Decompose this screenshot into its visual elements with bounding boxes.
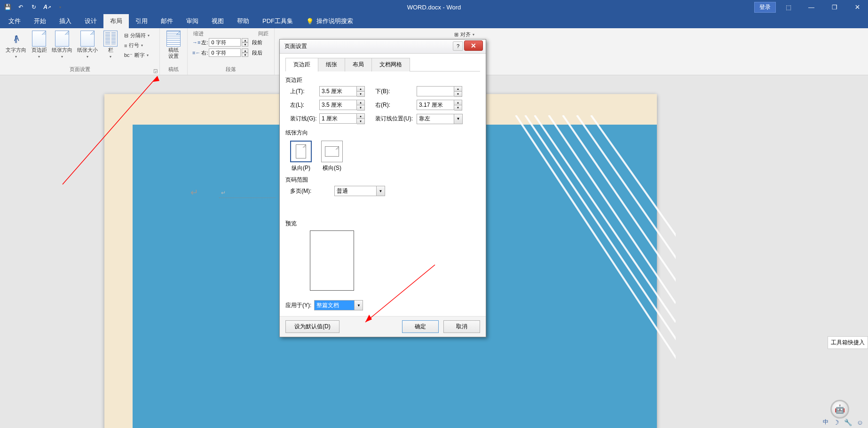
tab-mailings[interactable]: 邮件 (154, 14, 180, 28)
ime-indicator[interactable]: 中 (823, 418, 829, 426)
input-left[interactable] (319, 100, 357, 110)
label-gutter-pos: 装订线位置(U): (367, 115, 415, 123)
indent-right-spinner[interactable]: ▲▼ (242, 48, 248, 57)
dialog-tab-grid[interactable]: 文档网格 (371, 58, 410, 71)
text-direction-icon: ∥A (8, 31, 24, 46)
indent-left-input[interactable] (209, 38, 241, 47)
cancel-button[interactable]: 取消 (443, 320, 480, 333)
input-bottom[interactable] (417, 86, 454, 96)
input-right[interactable] (417, 100, 454, 110)
page-setup-dialog: 页面设置 ? ✕ 页边距 纸张 布局 文档网格 页边距 上(T): ▲▼ 下(B… (279, 39, 486, 337)
spacing-before-label: 段前 (252, 39, 262, 46)
spinner-right[interactable]: ▲▼ (454, 100, 462, 111)
dialog-help-button[interactable]: ? (453, 41, 463, 51)
cursor-mark: ↵ (221, 190, 226, 196)
input-multipage[interactable] (334, 186, 377, 196)
breaks-button[interactable]: ⊟分隔符 ▾ (122, 31, 151, 40)
input-top[interactable] (319, 86, 357, 96)
hyphenation-button[interactable]: bc⁻断字 ▾ (122, 51, 151, 60)
breaks-icon: ⊟ (124, 32, 128, 39)
minimize-icon[interactable]: — (801, 0, 822, 14)
line-numbers-button[interactable]: ≡行号 ▾ (122, 41, 151, 50)
label-gutter: 装订线(G): (285, 115, 317, 123)
margins-button[interactable]: 页边距▾ (29, 30, 49, 60)
hyphenation-icon: bc⁻ (124, 52, 133, 58)
orientation-icon (55, 31, 70, 46)
spinner-gutter[interactable]: ▲▼ (357, 113, 365, 124)
moon-icon[interactable]: ☽ (833, 419, 839, 426)
tab-file[interactable]: 文件 (2, 14, 27, 28)
dialog-tabs: 页边距 纸张 布局 文档网格 (285, 57, 480, 71)
combo-gutter-pos-button[interactable]: ▼ (454, 114, 463, 124)
qat-dropdown-icon[interactable]: ▾ (56, 3, 64, 11)
manuscript-settings-button[interactable]: 稿纸 设置 (164, 30, 183, 60)
bulb-icon: 💡 (306, 18, 314, 25)
tab-help[interactable]: 帮助 (230, 14, 256, 28)
dialog-tab-margins[interactable]: 页边距 (285, 58, 318, 71)
section-preview-title: 预览 (285, 220, 480, 228)
align-icon: ⊞ (454, 32, 458, 38)
smile-icon[interactable]: ☺ (857, 419, 863, 426)
spinner-bottom[interactable]: ▲▼ (454, 86, 462, 97)
spinner-left[interactable]: ▲▼ (357, 100, 365, 111)
label-right: 右(R): (367, 101, 415, 109)
manuscript-icon (166, 31, 181, 46)
ok-button[interactable]: 确定 (402, 320, 439, 333)
combo-multipage-button[interactable]: ▼ (377, 186, 385, 196)
tab-pdf[interactable]: PDF工具集 (256, 14, 300, 28)
combo-apply-to-button[interactable]: ▼ (355, 300, 363, 310)
label-left: 左(L): (285, 101, 317, 109)
status-bar-icons: 中 ☽ 🔧 ☺ (823, 418, 863, 426)
tab-references[interactable]: 引用 (129, 14, 154, 28)
login-button[interactable]: 登录 (754, 2, 776, 13)
dialog-tab-paper[interactable]: 纸张 (318, 58, 345, 71)
save-icon[interactable]: 💾 (4, 3, 11, 11)
dialog-close-button[interactable]: ✕ (464, 40, 483, 51)
group-paragraph: 缩进 间距 →≡ 左: ▲▼ 段前 ≡← 右: ▲▼ 段后 段落 (188, 28, 275, 75)
spinner-top[interactable]: ▲▼ (357, 86, 365, 97)
section-margins-title: 页边距 (285, 76, 480, 84)
close-icon[interactable]: × (847, 0, 868, 14)
title-bar: 💾 ↶ ↻ A↗ ▾ WORD.docx - Word 登录 ⬚ — ❐ × (0, 0, 868, 14)
tab-design[interactable]: 设计 (78, 14, 103, 28)
assistant-avatar-icon[interactable]: 🤖 (830, 400, 849, 419)
spacing-after-label: 段后 (252, 49, 262, 56)
set-default-button[interactable]: 设为默认值(D) (285, 320, 339, 333)
indent-left-label: 左: (201, 39, 208, 46)
text-direction-button[interactable]: ∥A 文字方向▾ (4, 30, 28, 60)
input-apply-to[interactable] (314, 300, 355, 310)
orientation-button[interactable]: 纸张方向▾ (50, 30, 74, 60)
tab-review[interactable]: 审阅 (180, 14, 205, 28)
decorative-stripes (478, 115, 676, 428)
page-setup-launcher-icon[interactable]: ◲ (152, 67, 158, 74)
undo-icon[interactable]: ↶ (17, 3, 24, 11)
font-style-icon[interactable]: A↗ (43, 3, 51, 11)
maximize-icon[interactable]: ❐ (824, 0, 845, 14)
svg-line-6 (516, 115, 676, 365)
input-gutter[interactable] (319, 113, 357, 124)
columns-button[interactable]: 栏▾ (101, 30, 120, 60)
tab-insert[interactable]: 插入 (53, 14, 78, 28)
ribbon-options-icon[interactable]: ⬚ (778, 0, 799, 14)
indent-right-icon: ≡← (192, 50, 200, 55)
size-button[interactable]: 纸张大小▾ (75, 30, 100, 60)
dialog-titlebar[interactable]: 页面设置 ? ✕ (280, 40, 486, 54)
tell-me-search[interactable]: 💡 操作说明搜索 (300, 14, 360, 28)
tab-home[interactable]: 开始 (27, 14, 53, 28)
group-manuscript: 稿纸 设置 稿纸 (160, 28, 188, 75)
orientation-portrait[interactable]: 纵向(P) (290, 141, 312, 172)
wrench-icon[interactable]: 🔧 (844, 419, 852, 426)
tab-layout[interactable]: 布局 (103, 14, 129, 28)
indent-right-input[interactable] (209, 48, 241, 57)
input-gutter-pos[interactable] (417, 114, 454, 124)
align-button[interactable]: ⊞对齐 ▾ (452, 30, 476, 39)
indent-left-spinner[interactable]: ▲▼ (242, 38, 248, 47)
columns-icon (103, 31, 118, 46)
toolbox-shortcut-button[interactable]: 工具箱快捷入 (828, 336, 868, 349)
redo-icon[interactable]: ↻ (30, 3, 38, 11)
portrait-icon (296, 144, 306, 159)
dialog-tab-layout[interactable]: 布局 (345, 58, 372, 71)
orientation-landscape[interactable]: 横向(S) (321, 141, 343, 172)
paragraph-mark-icon: ↵ (190, 187, 198, 198)
tab-view[interactable]: 视图 (205, 14, 230, 28)
